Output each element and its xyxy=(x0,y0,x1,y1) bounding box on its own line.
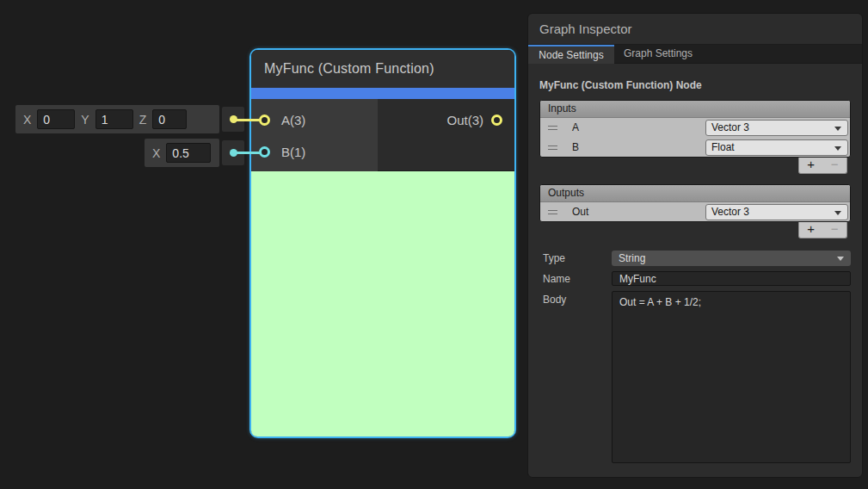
vector3-z-field[interactable] xyxy=(152,109,187,129)
port-b-label: B(1) xyxy=(281,145,305,160)
vector3-x-field[interactable] xyxy=(37,109,75,129)
float-x-field[interactable] xyxy=(166,143,211,163)
inspector-title: Graph Inspector xyxy=(539,22,632,36)
port-a-label: A(3) xyxy=(281,113,305,128)
input-a-type-value: Vector 3 xyxy=(711,121,749,133)
float-x-group: X xyxy=(152,143,211,163)
graph-inspector-panel: Graph Inspector Node Settings Graph Sett… xyxy=(527,13,863,478)
output-out-type-value: Vector 3 xyxy=(711,206,749,218)
vector3-z-group: Z xyxy=(139,109,188,129)
chevron-down-icon xyxy=(834,127,841,131)
node-title-bar[interactable]: MyFunc (Custom Function) xyxy=(251,50,514,88)
type-label: Type xyxy=(543,252,565,264)
tab-node-settings[interactable]: Node Settings xyxy=(528,45,614,64)
vector3-y-field[interactable] xyxy=(95,109,133,129)
remove-input-button[interactable]: − xyxy=(823,158,847,173)
vector3-x-label: X xyxy=(23,113,31,127)
drag-handle-icon[interactable] xyxy=(548,210,557,214)
input-row-name: A xyxy=(572,121,579,133)
list-item[interactable]: A Vector 3 xyxy=(540,118,850,138)
float-x-label: X xyxy=(152,146,160,160)
node-accent-bar xyxy=(251,88,514,99)
chevron-down-icon xyxy=(837,257,844,261)
edge-float-to-b xyxy=(232,152,262,154)
inputs-list-footer: + − xyxy=(798,158,847,174)
input-a-type-dropdown[interactable]: Vector 3 xyxy=(705,120,848,136)
vector3-x-group: X xyxy=(23,109,75,129)
list-item[interactable]: B Float xyxy=(540,138,850,158)
outputs-list-footer: + − xyxy=(798,222,847,238)
float-input-widget: X xyxy=(145,139,219,167)
port-out-connector[interactable] xyxy=(491,115,502,126)
name-field[interactable] xyxy=(612,271,851,286)
vector3-input-widget: X Y Z xyxy=(15,105,219,133)
node-title: MyFunc (Custom Function) xyxy=(264,61,434,76)
type-value: String xyxy=(619,252,645,264)
node-preview xyxy=(251,171,514,436)
body-field[interactable]: Out = A + B + 1/2; xyxy=(612,291,851,463)
input-row-name: B xyxy=(572,141,579,153)
add-input-button[interactable]: + xyxy=(799,158,823,173)
node-input-port-panel xyxy=(251,99,378,171)
add-output-button[interactable]: + xyxy=(799,222,823,238)
type-dropdown[interactable]: String xyxy=(612,251,851,266)
tab-graph-settings-label: Graph Settings xyxy=(624,47,693,59)
tab-node-settings-label: Node Settings xyxy=(539,49,603,61)
inputs-list-header: Inputs xyxy=(540,101,850,118)
output-row-name: Out xyxy=(572,206,588,218)
drag-handle-icon[interactable] xyxy=(548,145,557,150)
input-b-type-dropdown[interactable]: Float xyxy=(705,139,848,156)
custom-function-node[interactable]: MyFunc (Custom Function) A(3) B(1) Out(3… xyxy=(249,48,516,438)
inspector-header[interactable]: Graph Inspector xyxy=(528,14,862,45)
list-item[interactable]: Out Vector 3 xyxy=(540,202,850,222)
chevron-down-icon xyxy=(834,211,841,215)
inputs-list: Inputs A Vector 3 B Float xyxy=(539,100,851,158)
vector3-z-label: Z xyxy=(139,113,147,127)
node-port-area xyxy=(251,99,514,171)
edge-vector3-to-a xyxy=(232,119,262,121)
port-out-label: Out(3) xyxy=(446,113,483,128)
input-b-type-value: Float xyxy=(711,141,735,153)
vector3-y-group: Y xyxy=(81,109,132,129)
drag-handle-icon[interactable] xyxy=(548,126,557,130)
tab-graph-settings[interactable]: Graph Settings xyxy=(614,45,702,64)
outputs-list-header: Outputs xyxy=(540,185,850,202)
output-out-type-dropdown[interactable]: Vector 3 xyxy=(705,204,848,220)
shader-graph-editor: X Y Z X MyFunc (Custom Function) xyxy=(0,0,868,489)
remove-output-button[interactable]: − xyxy=(823,222,847,238)
chevron-down-icon xyxy=(834,146,841,151)
vector3-y-label: Y xyxy=(81,113,89,127)
body-label: Body xyxy=(543,294,566,306)
node-settings-heading: MyFunc (Custom Function) Node xyxy=(539,79,702,91)
name-label: Name xyxy=(543,273,570,285)
inspector-tab-bar: Node Settings Graph Settings xyxy=(528,45,862,64)
outputs-list: Outputs Out Vector 3 xyxy=(539,184,851,222)
